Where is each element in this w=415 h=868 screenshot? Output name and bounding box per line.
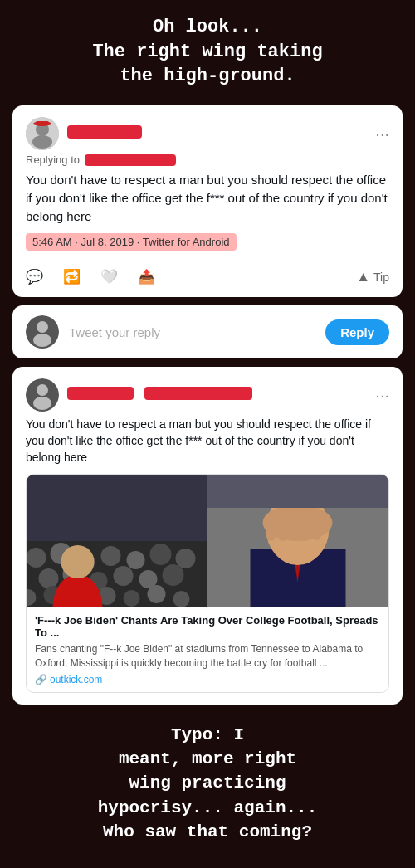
article-text-block: 'F---k Joe Biden' Chants Are Taking Over…	[27, 607, 388, 692]
tweet-card: ··· Replying to You don't have to respec…	[12, 105, 403, 297]
retweet-header-left	[26, 378, 252, 412]
top-caption-section: Oh look... The right wing taking the hig…	[0, 0, 415, 100]
article-image-right	[208, 475, 388, 607]
svg-point-25	[163, 564, 184, 586]
share-icon: 📤	[138, 268, 155, 285]
retweet-action-button[interactable]: 🔁	[63, 268, 81, 285]
article-images	[27, 475, 388, 607]
like-action-button[interactable]: 🤍	[100, 268, 118, 285]
svg-point-7	[33, 334, 51, 347]
article-title: 'F---k Joe Biden' Chants Are Taking Over…	[35, 614, 380, 639]
redacted-handle	[85, 154, 176, 166]
redacted-name	[67, 125, 142, 139]
source-url: outkick.com	[50, 674, 102, 685]
retweet-header: ···	[26, 378, 389, 412]
tweet-timestamp: 5:46 AM · Jul 8, 2019 · Twitter for Andr…	[26, 233, 237, 251]
svg-rect-4	[36, 121, 49, 125]
tip-button[interactable]: ▲ Tip	[356, 269, 389, 285]
svg-point-2	[32, 135, 52, 149]
svg-point-10	[33, 397, 51, 410]
user-info	[67, 125, 142, 142]
share-action-button[interactable]: 📤	[138, 268, 155, 285]
svg-point-20	[39, 568, 59, 588]
reply-input-placeholder[interactable]: Tweet your reply	[69, 325, 315, 339]
redacted-retweet-handle	[144, 387, 252, 400]
link-icon: 🔗	[35, 674, 47, 685]
reply-box: Tweet your reply Reply	[12, 305, 403, 358]
article-description: Fans chanting "F--k Joe Biden" at stadiu…	[35, 642, 380, 671]
svg-point-16	[101, 546, 121, 566]
reply-icon: 💬	[26, 268, 43, 285]
article-source: 🔗 outkick.com	[35, 674, 380, 685]
svg-rect-48	[314, 514, 321, 540]
svg-point-30	[124, 590, 140, 607]
retweet-icon: 🔁	[63, 268, 81, 285]
tweet-actions: 💬 🔁 🤍 📤 ▲ Tip	[26, 261, 389, 285]
article-image-left	[27, 475, 208, 607]
retweet-card: ··· You don't have to respect a man but …	[12, 367, 403, 704]
retweet-avatar	[26, 378, 59, 412]
top-caption-text: Oh look... The right wing taking the hig…	[17, 15, 398, 89]
retweet-more-options-button[interactable]: ···	[375, 387, 389, 403]
svg-point-13	[27, 548, 46, 568]
svg-point-19	[176, 549, 196, 568]
tip-label: Tip	[374, 271, 389, 284]
tweet-body-text: You don't have to respect a man but you …	[26, 171, 389, 225]
reply-avatar	[26, 315, 59, 349]
embedded-article[interactable]: 'F---k Joe Biden' Chants Are Taking Over…	[26, 474, 389, 693]
svg-point-18	[150, 544, 172, 565]
svg-point-23	[114, 566, 134, 586]
svg-rect-44	[267, 516, 276, 541]
like-icon: 🤍	[100, 268, 118, 285]
retweet-body-text: You don't have to respect a man but you …	[26, 417, 389, 466]
retweet-user-info	[67, 387, 252, 403]
tip-icon: ▲	[356, 269, 370, 285]
tweet-header-left	[26, 117, 142, 150]
svg-point-31	[148, 585, 166, 603]
svg-point-34	[61, 545, 95, 578]
svg-point-6	[37, 321, 48, 333]
svg-rect-45	[279, 512, 287, 541]
svg-point-17	[127, 551, 145, 569]
svg-rect-49	[208, 475, 388, 508]
svg-rect-35	[27, 475, 208, 541]
svg-point-32	[173, 591, 190, 607]
avatar	[26, 117, 59, 150]
reply-action-button[interactable]: 💬	[26, 268, 43, 285]
reply-submit-button[interactable]: Reply	[325, 319, 389, 345]
tweet-header: ···	[26, 117, 389, 150]
redacted-retweet-name	[67, 387, 134, 400]
replying-to-label: Replying to	[26, 154, 389, 166]
bottom-caption-text: Typo: I meant, more right wing practicin…	[17, 723, 398, 845]
svg-rect-47	[302, 511, 310, 541]
more-options-button[interactable]: ···	[375, 125, 389, 142]
bottom-caption-section: Typo: I meant, more right wing practicin…	[0, 710, 415, 861]
svg-point-9	[37, 384, 48, 396]
svg-rect-46	[290, 510, 299, 541]
